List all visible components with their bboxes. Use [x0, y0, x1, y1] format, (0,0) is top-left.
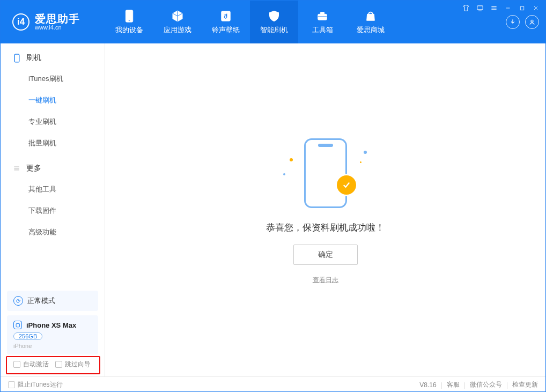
checkbox-auto-activate[interactable]: 自动激活	[13, 360, 49, 369]
checkbox-icon	[13, 361, 20, 368]
checkbox-icon	[8, 381, 15, 388]
toolbox-icon	[315, 9, 329, 23]
footer-link-wechat[interactable]: 微信公众号	[470, 380, 502, 389]
success-illustration	[280, 136, 371, 211]
checkbox-label: 跳过向导	[65, 360, 91, 369]
separator: |	[506, 381, 508, 389]
brand-name: 爱思助手	[35, 13, 80, 25]
user-button[interactable]	[525, 15, 539, 29]
tab-label: 工具箱	[312, 25, 333, 35]
bag-icon	[364, 9, 378, 23]
sparkle-icon	[290, 158, 293, 161]
tab-toolbox[interactable]: 工具箱	[298, 1, 346, 43]
logo: i4 爱思助手 www.i4.cn	[1, 1, 105, 43]
brand-url: www.i4.cn	[35, 25, 80, 31]
minimize-button[interactable]	[504, 4, 512, 12]
header-tabs: 我的设备 应用游戏 铃声壁纸 智能刷机	[105, 1, 395, 43]
success-message: 恭喜您，保资料刷机成功啦！	[266, 221, 385, 234]
tab-label: 智能刷机	[260, 25, 288, 35]
skin-icon[interactable]	[462, 4, 470, 12]
sidebar-item-itunes[interactable]: iTunes刷机	[1, 68, 105, 90]
checkbox-icon	[55, 361, 62, 368]
tab-apps[interactable]: 应用游戏	[153, 1, 202, 43]
device-icon: ▢	[13, 321, 22, 329]
list-icon	[12, 164, 21, 173]
tab-flash[interactable]: 智能刷机	[250, 1, 298, 43]
sidebar-item-other[interactable]: 其他工具	[1, 179, 105, 200]
section-title: 更多	[26, 164, 41, 173]
flash-options: 自动激活 跳过向导	[7, 354, 98, 369]
view-log-link[interactable]: 查看日志	[313, 276, 338, 285]
mode-label: 正常模式	[27, 296, 55, 306]
sidebar-item-pro[interactable]: 专业刷机	[1, 111, 105, 132]
shield-icon	[267, 9, 281, 23]
svg-rect-1	[520, 6, 523, 10]
app-header: i4 爱思助手 www.i4.cn 我的设备 应用游戏	[1, 1, 545, 43]
svg-rect-5	[318, 14, 327, 20]
device-card[interactable]: ▢ iPhone XS Max 256GB iPhone	[7, 315, 98, 354]
sidebar-item-batch[interactable]: 批量刷机	[1, 132, 105, 154]
section-title: 刷机	[26, 53, 41, 63]
music-icon	[219, 9, 233, 23]
close-button[interactable]	[532, 4, 540, 12]
window-controls	[462, 4, 540, 12]
sidebar: 刷机 iTunes刷机 一键刷机 专业刷机 批量刷机 更多 其他工具 下载固件 …	[1, 43, 105, 376]
tab-label: 爱思商城	[357, 25, 385, 35]
checkbox-block-itunes[interactable]: 阻止iTunes运行	[8, 380, 63, 389]
checkbox-label: 阻止iTunes运行	[18, 380, 63, 389]
checkbox-label: 自动激活	[23, 360, 49, 369]
maximize-button[interactable]	[518, 4, 526, 12]
menu-icon[interactable]	[490, 4, 498, 12]
sidebar-item-firmware[interactable]: 下载固件	[1, 200, 105, 221]
sidebar-item-onekey[interactable]: 一键刷机	[1, 90, 105, 111]
sparkle-icon	[364, 151, 367, 154]
mode-icon: ⟳	[13, 296, 23, 306]
mode-card[interactable]: ⟳ 正常模式	[7, 291, 98, 311]
cube-icon	[171, 9, 185, 23]
sparkle-icon	[360, 161, 361, 163]
logo-icon: i4	[12, 13, 29, 31]
device-name: iPhone XS Max	[26, 321, 76, 329]
sidebar-item-advanced[interactable]: 高级功能	[1, 221, 105, 243]
sidebar-section-flash: 刷机	[1, 43, 105, 68]
phone-outline-icon	[12, 54, 21, 62]
separator: |	[441, 381, 442, 389]
phone-illustration	[304, 138, 347, 208]
tab-label: 铃声壁纸	[212, 25, 240, 35]
feedback-icon[interactable]	[476, 4, 484, 12]
checkbox-skip-guide[interactable]: 跳过向导	[55, 360, 91, 369]
download-button[interactable]	[506, 15, 520, 29]
sidebar-section-more: 更多	[1, 154, 105, 179]
device-type: iPhone	[13, 343, 92, 349]
footer-link-update[interactable]: 检查更新	[512, 380, 538, 389]
svg-rect-6	[320, 12, 324, 14]
tab-ringtone[interactable]: 铃声壁纸	[202, 1, 250, 43]
ok-button[interactable]: 确定	[293, 245, 358, 265]
footer-link-support[interactable]: 客服	[447, 380, 460, 389]
svg-rect-8	[14, 54, 19, 62]
app-window: i4 爱思助手 www.i4.cn 我的设备 应用游戏	[0, 0, 546, 392]
svg-point-7	[531, 20, 533, 22]
svg-rect-0	[477, 6, 483, 10]
tab-label: 我的设备	[115, 25, 143, 35]
tab-store[interactable]: 爱思商城	[346, 1, 395, 43]
version-label: V8.16	[419, 381, 436, 389]
phone-icon	[122, 9, 136, 23]
sparkle-icon	[283, 173, 285, 175]
svg-point-3	[129, 20, 130, 21]
tab-label: 应用游戏	[164, 25, 191, 35]
status-bar: 阻止iTunes运行 V8.16 | 客服 | 微信公众号 | 检查更新	[1, 376, 545, 392]
success-check-icon	[337, 175, 356, 195]
main-panel: 恭喜您，保资料刷机成功啦！ 确定 查看日志	[105, 43, 545, 376]
tab-device[interactable]: 我的设备	[105, 1, 153, 43]
device-capacity-badge: 256GB	[13, 332, 42, 340]
separator: |	[464, 381, 466, 389]
